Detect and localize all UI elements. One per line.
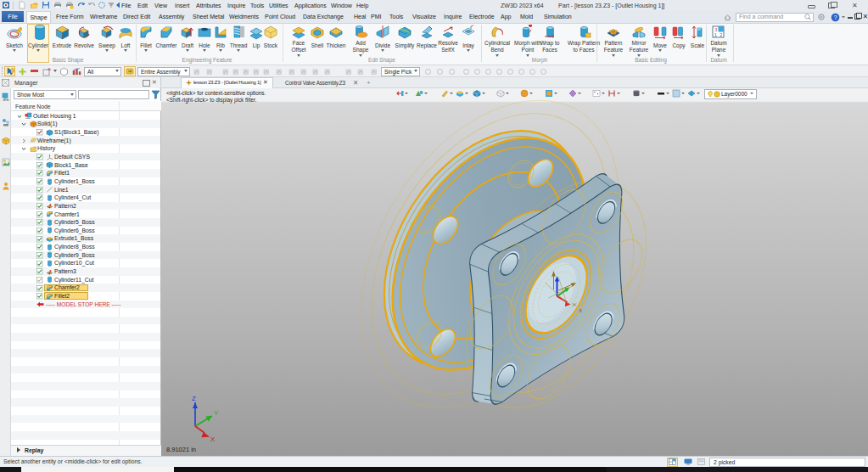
svg-text:2: 2 <box>720 32 723 37</box>
svg-text:X: X <box>210 435 216 443</box>
svg-text:Z: Z <box>192 395 196 402</box>
svg-text:x: x <box>580 307 583 313</box>
svg-text:Y: Y <box>214 409 219 417</box>
svg-text:1: 1 <box>714 32 717 37</box>
svg-text:?: ? <box>833 14 837 21</box>
svg-text:3: 3 <box>715 27 718 32</box>
